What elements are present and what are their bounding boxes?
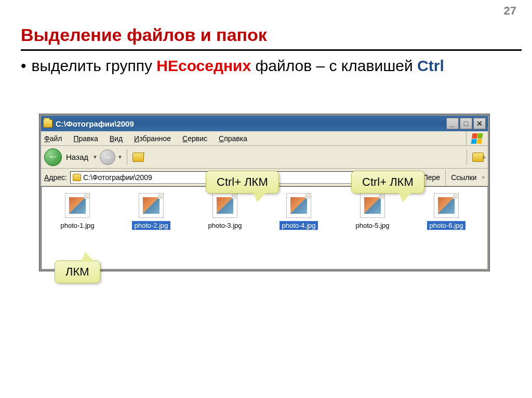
folder-icon — [43, 119, 52, 128]
minimize-button[interactable]: _ — [446, 118, 459, 129]
windows-logo-icon — [466, 131, 487, 146]
file-item[interactable]: photo-1.jpg — [44, 191, 111, 265]
image-thumbnail-icon — [360, 193, 385, 218]
bullet-text: •выделить группу НЕсоседних файлов – с к… — [21, 56, 511, 76]
address-separator — [445, 170, 446, 185]
file-item[interactable]: photo-2.jpg — [117, 191, 185, 265]
maximize-button[interactable]: □ — [460, 118, 472, 129]
image-thumbnail-icon — [139, 193, 164, 218]
image-thumbnail-icon — [65, 193, 90, 218]
file-item[interactable]: photo-6.jpg — [413, 191, 480, 265]
slide-title: Выделение файлов и папок — [21, 25, 267, 45]
file-name: photo-6.jpg — [427, 221, 465, 230]
file-name: photo-2.jpg — [132, 221, 170, 230]
image-thumbnail-icon — [212, 193, 237, 218]
toolbar-separator — [127, 149, 127, 165]
menu-view[interactable]: Вид — [110, 134, 123, 143]
back-button[interactable]: ← — [44, 148, 62, 166]
forward-button[interactable]: → — [100, 149, 115, 165]
window-title: C:\Фотографии\2009 — [56, 119, 134, 128]
links-overflow-icon[interactable]: » — [482, 174, 485, 180]
callout-lkm: ЛКМ — [55, 260, 100, 283]
file-item[interactable]: photo-5.jpg — [339, 191, 406, 265]
menu-file[interactable]: Файл — [44, 134, 62, 143]
address-value: C:\Фотографии\2009 — [83, 173, 152, 182]
callout-ctrl-2: Ctrl+ ЛКМ — [351, 171, 424, 194]
page-number: 27 — [504, 4, 516, 18]
file-name: photo-3.jpg — [206, 221, 244, 230]
callout-ctrl-1: Ctrl+ ЛКМ — [206, 171, 279, 194]
close-button[interactable]: ✕ — [473, 118, 486, 129]
go-label[interactable]: Пере — [423, 173, 440, 182]
toolbar-overflow-icon[interactable]: » — [482, 154, 486, 161]
image-thumbnail-icon — [286, 193, 311, 218]
file-name: photo-1.jpg — [58, 221, 96, 230]
up-button[interactable] — [131, 150, 145, 164]
menubar: Файл Правка Вид Избранное Сервис Справка — [41, 131, 488, 146]
window-buttons: _ □ ✕ — [446, 118, 486, 129]
bullet-highlight: НЕсоседних — [156, 57, 251, 74]
callout-tail-icon — [398, 192, 412, 202]
bullet-dot: • — [21, 57, 32, 74]
file-name: photo-4.jpg — [280, 221, 317, 230]
file-item[interactable]: photo-3.jpg — [191, 191, 259, 265]
menu-edit[interactable]: Правка — [73, 134, 98, 143]
image-thumbnail-icon — [434, 193, 459, 218]
title-rule — [21, 49, 522, 51]
file-name: photo-5.jpg — [353, 221, 391, 230]
menu-help[interactable]: Справка — [219, 134, 247, 143]
menu-favorites[interactable]: Избранное — [134, 134, 171, 143]
toolbar-separator-2 — [467, 149, 467, 165]
bullet-mid: файлов – с клавишей — [251, 57, 417, 74]
callout-ctrl-2-text: Ctrl+ ЛКМ — [362, 175, 414, 188]
callout-ctrl-1-text: Ctrl+ ЛКМ — [217, 175, 268, 188]
menu-tools[interactable]: Сервис — [182, 134, 207, 143]
address-folder-icon — [73, 174, 81, 181]
file-item[interactable]: photo-4.jpg — [265, 191, 332, 265]
bullet-key: Ctrl — [417, 57, 444, 74]
callout-tail-icon — [253, 192, 267, 202]
toolbar: ← Назад ▼ → ▼ » — [41, 146, 488, 169]
links-label[interactable]: Ссылки — [451, 173, 476, 182]
address-label: Адрес: — [44, 173, 67, 182]
forward-chevron-icon[interactable]: ▼ — [117, 154, 123, 160]
back-chevron-icon[interactable]: ▼ — [92, 154, 98, 160]
callout-lkm-text: ЛКМ — [65, 265, 89, 278]
bullet-prefix: выделить группу — [32, 57, 157, 74]
callout-tail-icon — [81, 252, 95, 262]
back-label[interactable]: Назад — [66, 153, 88, 161]
titlebar[interactable]: C:\Фотографии\2009 _ □ ✕ — [41, 116, 488, 131]
